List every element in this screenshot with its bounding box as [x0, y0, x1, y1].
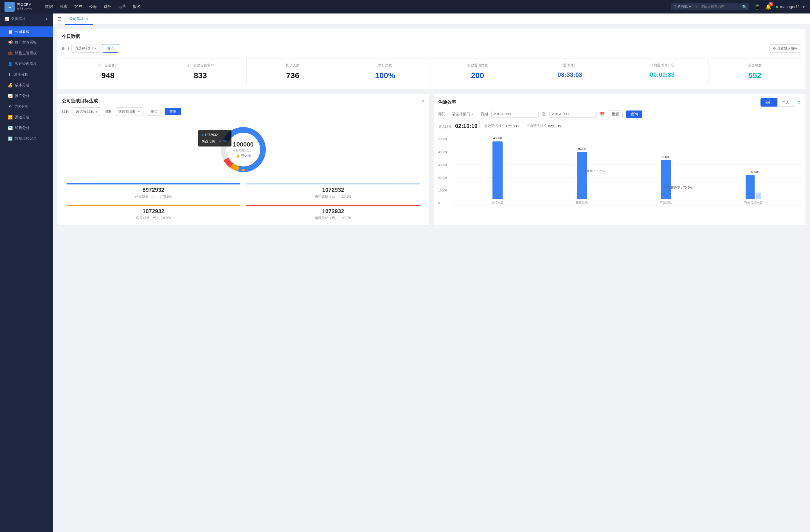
donut-achieved: 👍 已达成 — [232, 153, 254, 158]
sidebar-item-label: 公司看板 — [15, 29, 30, 34]
stat-value: 00:00:33 — [618, 71, 706, 79]
eff-time-value: 02:10:19 — [506, 124, 519, 128]
eff-dept-label: 部门 — [438, 112, 446, 117]
today-query-button[interactable]: 查询 — [102, 44, 119, 53]
stat-call-count: 拨打次数 100% — [339, 59, 432, 85]
target-select[interactable]: 请选择目标 ▼ — [72, 107, 101, 116]
nav-finance[interactable]: 财务 — [103, 4, 111, 9]
eff-dept-select[interactable]: 请选择部门 ▼ — [449, 110, 477, 118]
sidebar-section-header[interactable]: 📊 数据看板 ▲ — [0, 14, 53, 24]
sidebar-item-visitor[interactable]: 👁 访客分析 — [0, 101, 53, 112]
bar-name-effective: 有效通话 — [660, 200, 672, 205]
calendar-icon[interactable]: 📅 — [600, 112, 605, 116]
settings-display-button[interactable]: ⚙ 设置显示指标 — [769, 45, 801, 53]
donut-chart-area: ● 1072932 所占比例：70.9% — [62, 121, 425, 178]
period-select[interactable]: 请选择周期 ▼ — [115, 107, 143, 116]
promo-analysis-icon: 📈 — [8, 94, 13, 98]
tab-bar: ☰ 公司看板 ✕ — [53, 14, 810, 25]
customer-icon: 👤 — [8, 62, 13, 66]
target-row: 目标 请选择目标 ▼ 周期 请选择周期 ▼ 重置 查询 — [62, 107, 425, 116]
eff-reset-button[interactable]: 重置 — [608, 110, 623, 118]
stat-value: 552 — [711, 71, 799, 80]
perf-query-button[interactable]: 查询 — [165, 108, 181, 115]
eff-query-button[interactable]: 查询 — [626, 111, 642, 118]
sidebar-item-promo-supervisor[interactable]: 📢 推广主管看板 — [0, 37, 53, 48]
stat-label: 今日首咨客户 — [64, 63, 152, 68]
bar-eff-connect-main — [746, 175, 755, 199]
app-layout: 📊 数据看板 ▲ 📋 公司看板 📢 推广主管看板 💼 销售主管看板 👤 客户经理… — [0, 14, 810, 532]
connect-rate-label: 接通率：70.9% — [584, 169, 605, 173]
bar-connect-main — [577, 152, 587, 199]
stat-first-consult: 今日首咨客户 948 — [62, 59, 155, 85]
bar-label-18000: 18000 — [749, 170, 758, 173]
stat-label: 成交单数 — [711, 63, 799, 68]
eff-date-to[interactable] — [549, 111, 597, 118]
stat-value: 833 — [157, 71, 244, 80]
sidebar-item-channel[interactable]: 🔀 渠道分析 — [0, 112, 53, 122]
legend-desc: 超额完成（元）｜89.9% — [246, 216, 420, 220]
eff-refresh-icon[interactable]: ⟳ — [798, 100, 801, 105]
legend-bar-exceeded — [246, 205, 420, 206]
tooltip-pct: 所占比例：70.9% — [202, 138, 228, 145]
sales-analysis-icon: 📉 — [8, 126, 13, 130]
notification-icon[interactable]: 🔔 5 — [765, 4, 772, 10]
search-icon[interactable]: 🔍 — [742, 4, 747, 9]
sidebar-item-label: 成本分析 — [15, 83, 30, 88]
eff-dept-arrow: ▼ — [471, 113, 474, 116]
nav-operations[interactable]: 运营 — [118, 4, 126, 9]
tab-close-icon[interactable]: ✕ — [85, 17, 88, 21]
perf-reset-button[interactable]: 重置 — [147, 108, 161, 116]
nav-data[interactable]: 数据 — [45, 4, 53, 9]
sidebar-item-funnel[interactable]: ⬇ 漏斗分析 — [0, 69, 53, 80]
sidebar-item-cost[interactable]: 💰 成本分析 — [0, 80, 53, 90]
bar-name-eff-connect: 有效接通次数 — [744, 200, 763, 205]
search-select[interactable]: 手机号码 — [673, 4, 692, 9]
eff-tab-dept[interactable]: 部门 — [761, 98, 777, 106]
stat-avg-duration: 平均通话时长 ⓘ 00:00:33 — [616, 59, 709, 85]
bar-label-43000: 43000 — [493, 136, 502, 140]
period-label: 周期 — [104, 109, 112, 114]
search-box: 手机号码 ▼ 🔍 — [671, 3, 749, 10]
refresh-icon[interactable]: ⟳ — [421, 99, 425, 103]
sidebar-item-company-board[interactable]: 📋 公司看板 — [0, 27, 53, 37]
user-info[interactable]: manager11 ▼ — [776, 4, 806, 9]
sidebar-item-promo-analysis[interactable]: 📈 推广分析 — [0, 90, 53, 101]
sidebar-item-sales-analysis[interactable]: 📉 销售分析 — [0, 122, 53, 133]
search-input[interactable] — [701, 5, 740, 9]
tab-toggle-icon[interactable]: ☰ — [58, 16, 61, 22]
monitor-icon[interactable]: 📱 — [754, 3, 761, 10]
eff-date-from[interactable] — [491, 111, 539, 118]
nav-public-sea[interactable]: 公海 — [89, 4, 97, 9]
user-dropdown-icon[interactable]: ▼ — [801, 4, 806, 9]
sidebar-collapse-icon[interactable]: ▲ — [45, 17, 48, 21]
dept-select[interactable]: 请选择部门 ▼ — [71, 44, 100, 53]
bottom-grid: 公司业绩目标达成 ⟳ 目标 请选择目标 ▼ 周期 请选择周期 ▼ — [58, 94, 806, 225]
legend-bar-uncompleted — [246, 183, 420, 184]
logo-icon: ☁ — [4, 2, 15, 12]
stats-grid: 今日首咨客户 948 今日有效首咨客户 833 回访人数 736 拨打次数 10… — [62, 58, 801, 85]
bar-group-eff-connect: 18000 有效接通次数 — [744, 175, 763, 205]
info-icon: ⓘ — [671, 63, 675, 68]
sidebar-item-sales-supervisor[interactable]: 💼 销售主管看板 — [0, 48, 53, 59]
donut-label: 目标总量（元） — [232, 148, 254, 152]
target-select-text: 请选择目标 — [76, 109, 94, 114]
nav-signup[interactable]: 报名 — [133, 4, 141, 9]
nav-actions: 手机号码 ▼ 🔍 📱 🔔 5 manager11 ▼ — [671, 3, 806, 10]
main-content: ☰ 公司看板 ✕ 今日数据 部门 请选择部门 ▼ 查询 ⚙ — [53, 14, 810, 532]
target-arrow: ▼ — [95, 110, 98, 113]
legend-desc: 应完成量（元）｜8.9% — [66, 216, 241, 220]
sidebar-item-data-flow[interactable]: 🔄 数据流转记录 — [0, 133, 53, 144]
eff-tab-person[interactable]: 个人 — [777, 98, 794, 106]
nav-leads[interactable]: 线索 — [60, 4, 67, 9]
settings-icon: ⚙ — [773, 46, 776, 50]
sidebar-items: 📋 公司看板 📢 推广主管看板 💼 销售主管看板 👤 客户经理看板 ⬇ 漏斗分析… — [0, 24, 53, 146]
bar-effective-main — [661, 160, 671, 199]
y-tick-20000: 20000 — [438, 176, 447, 179]
tab-company-board[interactable]: 公司看板 ✕ — [65, 14, 93, 25]
bar-label-35000: 35000 — [578, 147, 586, 150]
time-stats: 通话时长 02:10:19 有效通话时长 02:10:19 平均通话时长 02:… — [438, 123, 801, 133]
perf-header: 公司业绩目标达成 ⟳ — [62, 98, 425, 104]
sidebar-item-label: 推广分析 — [15, 93, 30, 98]
sidebar-item-customer-manager[interactable]: 👤 客户经理看板 — [0, 59, 53, 69]
nav-customers[interactable]: 客户 — [74, 4, 82, 9]
